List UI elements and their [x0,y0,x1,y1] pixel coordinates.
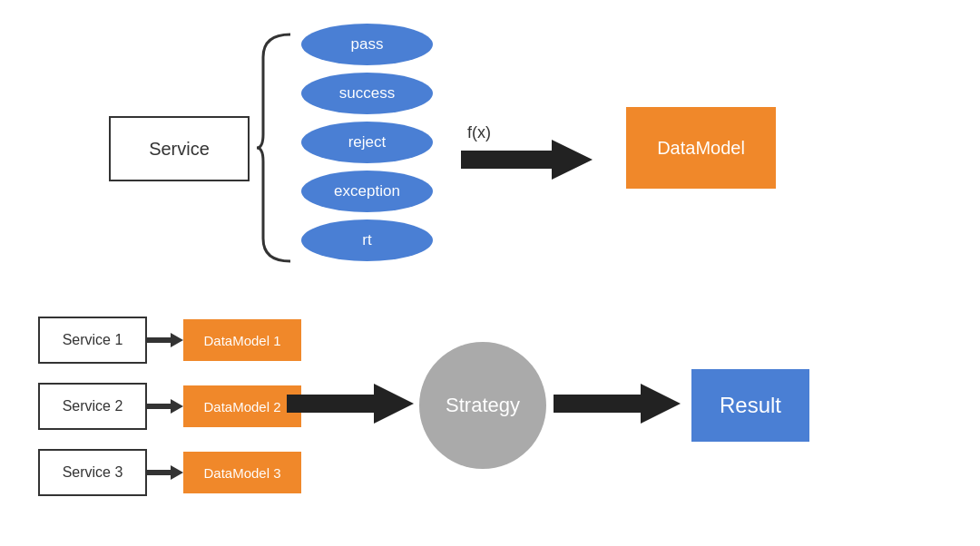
ellipse-exception: exception [301,171,433,212]
row-2: Service 2 DataModel 2 [38,383,301,430]
datamodel-box-top: DataModel [626,107,776,189]
ellipse-reject: reject [301,122,433,163]
ellipse-success: success [301,73,433,114]
row-3: Service 3 DataModel 3 [38,449,301,496]
arrow-to-result [554,380,681,431]
arrow-to-strategy [287,380,414,431]
strategy-circle: Strategy [419,342,546,469]
svg-marker-3 [147,465,183,480]
arrow-to-strategy-svg [287,380,414,427]
top-section: Service pass success reject exception rt [54,16,926,279]
bottom-section: Service 1 DataModel 1 Service 2 DataMode… [0,295,980,540]
service-label-top: Service [149,139,210,160]
arrow-to-result-svg [554,380,681,427]
top-arrow-svg [461,136,593,183]
svg-marker-0 [461,140,593,180]
service-box-2: Service 2 [38,383,147,430]
ellipse-pass: pass [301,24,433,65]
brace-top [254,30,299,266]
service-box-1: Service 1 [38,317,147,364]
service-box-3: Service 3 [38,449,147,496]
result-box: Result [691,369,809,442]
arrow-1 [147,331,183,349]
datamodel-box-3: DataModel 3 [183,452,301,493]
diagram-container: Service pass success reject exception rt [0,0,980,546]
svg-marker-2 [147,399,183,414]
arrow-3 [147,463,183,482]
ellipses-container: pass success reject exception rt [301,24,433,261]
row-1: Service 1 DataModel 1 [38,317,301,364]
ellipse-rt: rt [301,219,433,261]
svg-marker-1 [147,333,183,347]
datamodel-box-1: DataModel 1 [183,319,301,361]
svg-marker-5 [554,384,681,424]
top-arrow [461,136,593,187]
svg-marker-4 [287,384,414,424]
service-box-top: Service [109,116,250,181]
datamodel-box-2: DataModel 2 [183,385,301,427]
arrow-2 [147,397,183,415]
